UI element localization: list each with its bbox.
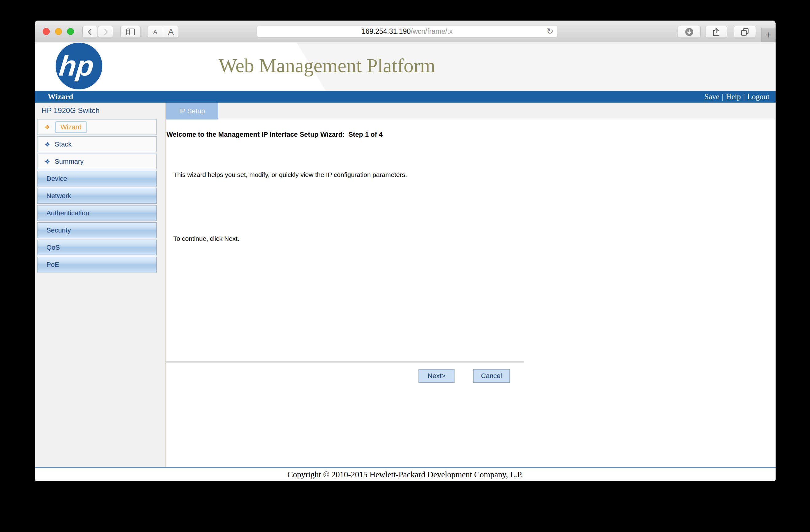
navbar-separator: | bbox=[743, 93, 745, 101]
minimize-button[interactable] bbox=[55, 28, 62, 35]
downloads-button[interactable] bbox=[678, 26, 701, 38]
tabs-icon bbox=[740, 28, 749, 36]
desktop-background: { "browser": { "url_host": "169.254.31.1… bbox=[0, 0, 810, 532]
address-bar[interactable]: 169.254.31.190/wcn/frame/.x ↻ bbox=[257, 25, 557, 37]
close-button[interactable] bbox=[43, 28, 50, 35]
new-tab-button[interactable]: + bbox=[761, 28, 776, 42]
diamond-icon: ❖ bbox=[45, 124, 50, 130]
sidebar-item-poe[interactable]: PoE bbox=[37, 257, 157, 272]
button-row: Next> Cancel bbox=[166, 369, 776, 383]
sidebar-item-network[interactable]: Network bbox=[37, 188, 157, 204]
next-button[interactable]: Next> bbox=[419, 369, 454, 383]
sidebar-item-label: PoE bbox=[46, 261, 59, 269]
content-row: HP 1920G Switch ❖Wizard❖Stack❖SummaryDev… bbox=[35, 103, 776, 467]
chevron-right-icon bbox=[102, 28, 109, 36]
sidebar-item-label: Wizard bbox=[55, 121, 87, 133]
back-button[interactable] bbox=[82, 26, 97, 38]
forward-button[interactable] bbox=[98, 26, 113, 38]
font-size-buttons: A A bbox=[147, 26, 179, 38]
download-icon bbox=[684, 27, 694, 37]
sidebar-menu: ❖Wizard❖Stack❖SummaryDeviceNetworkAuthen… bbox=[35, 119, 165, 272]
tab-overview-button[interactable] bbox=[734, 26, 756, 38]
sidebar: HP 1920G Switch ❖Wizard❖Stack❖SummaryDev… bbox=[35, 103, 166, 467]
diamond-icon: ❖ bbox=[45, 141, 50, 147]
top-navbar: Wizard Save|Help|Logout bbox=[35, 91, 776, 103]
page-title: Web Management Platform bbox=[218, 54, 435, 77]
main-content: IP Setup Welcome to the Management IP In… bbox=[166, 103, 776, 467]
help-link[interactable]: Help bbox=[726, 93, 741, 101]
zoom-button[interactable] bbox=[67, 28, 74, 35]
cancel-button[interactable]: Cancel bbox=[473, 369, 510, 383]
sidebar-item-label: QoS bbox=[46, 244, 60, 252]
device-title: HP 1920G Switch bbox=[42, 106, 165, 115]
share-icon bbox=[712, 27, 720, 36]
tab-ip-setup[interactable]: IP Setup bbox=[166, 103, 218, 119]
sidebar-item-authentication[interactable]: Authentication bbox=[37, 205, 157, 221]
web-page: hp Web Management Platform Wizard Save|H… bbox=[35, 43, 776, 481]
wizard-instruction: To continue, click Next. bbox=[173, 235, 776, 242]
navbar-separator: | bbox=[722, 93, 723, 101]
browser-toolbar: A A 169.254.31.190/wcn/frame/.x ↻ bbox=[35, 21, 776, 43]
save-link[interactable]: Save bbox=[704, 93, 720, 101]
page-footer: Copyright © 2010-2015 Hewlett-Packard De… bbox=[35, 467, 776, 481]
increase-font-button[interactable]: A bbox=[163, 26, 179, 37]
sidebar-item-wizard[interactable]: ❖Wizard bbox=[37, 119, 157, 135]
tab-strip: IP Setup bbox=[166, 103, 776, 119]
url-path: /wcn/frame/.x bbox=[411, 27, 453, 36]
sidebar-item-label: Device bbox=[46, 175, 67, 183]
sidebar-item-stack[interactable]: ❖Stack bbox=[37, 136, 157, 152]
navbar-links: Save|Help|Logout bbox=[704, 93, 770, 101]
diamond-icon: ❖ bbox=[45, 159, 50, 165]
sidebar-item-label: Stack bbox=[55, 140, 71, 148]
url-host: 169.254.31.190 bbox=[362, 27, 411, 36]
sidebar-item-qos[interactable]: QoS bbox=[37, 239, 157, 255]
sidebar-item-label: Security bbox=[46, 227, 71, 234]
hp-logo-text: hp bbox=[58, 50, 95, 82]
reload-icon[interactable]: ↻ bbox=[546, 27, 553, 36]
wizard-heading: Welcome to the Management IP Interface S… bbox=[166, 131, 776, 138]
page-header: hp Web Management Platform bbox=[35, 43, 776, 91]
copyright-text: Copyright © 2010-2015 Hewlett-Packard De… bbox=[287, 470, 523, 480]
sidebar-item-security[interactable]: Security bbox=[37, 222, 157, 238]
browser-window: A A 169.254.31.190/wcn/frame/.x ↻ bbox=[35, 21, 776, 481]
divider bbox=[166, 362, 524, 363]
navbar-breadcrumb: Wizard bbox=[48, 92, 73, 101]
share-button[interactable] bbox=[705, 26, 727, 38]
logout-link[interactable]: Logout bbox=[747, 93, 770, 101]
sidebar-item-label: Authentication bbox=[46, 209, 89, 217]
chevron-left-icon bbox=[87, 28, 93, 36]
hp-logo: hp bbox=[55, 43, 103, 90]
sidebar-item-device[interactable]: Device bbox=[37, 171, 157, 186]
sidebar-icon bbox=[126, 28, 135, 36]
sidebar-item-summary[interactable]: ❖Summary bbox=[37, 154, 157, 169]
sidebar-item-label: Summary bbox=[55, 157, 84, 166]
wizard-description: This wizard helps you set, modify, or qu… bbox=[173, 171, 776, 179]
sidebar-item-label: Network bbox=[46, 192, 71, 200]
decrease-font-button[interactable]: A bbox=[147, 26, 163, 37]
sidebar-toggle-button[interactable] bbox=[120, 26, 141, 38]
